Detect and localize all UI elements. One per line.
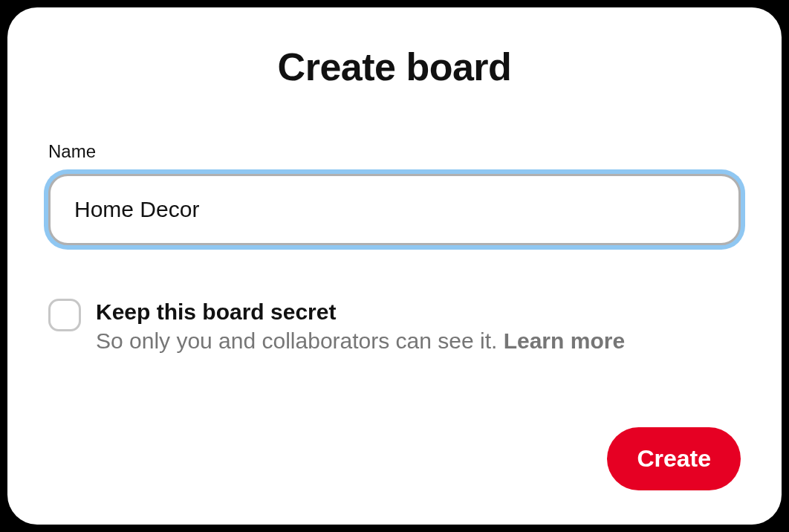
secret-checkbox[interactable]	[48, 299, 81, 331]
secret-text-group: Keep this board secret So only you and c…	[96, 297, 625, 357]
board-name-input[interactable]	[48, 174, 741, 245]
secret-title: Keep this board secret	[96, 297, 625, 326]
secret-section: Keep this board secret So only you and c…	[48, 297, 741, 357]
secret-description-text: So only you and collaborators can see it…	[96, 328, 504, 353]
secret-description: So only you and collaborators can see it…	[96, 326, 625, 357]
modal-title: Create board	[48, 45, 741, 89]
create-button[interactable]: Create	[607, 427, 741, 490]
learn-more-link[interactable]: Learn more	[504, 328, 625, 353]
create-board-modal: Create board Name Keep this board secret…	[7, 7, 782, 525]
modal-footer: Create	[607, 427, 741, 490]
name-input-wrapper	[48, 174, 741, 245]
name-label: Name	[48, 141, 741, 162]
